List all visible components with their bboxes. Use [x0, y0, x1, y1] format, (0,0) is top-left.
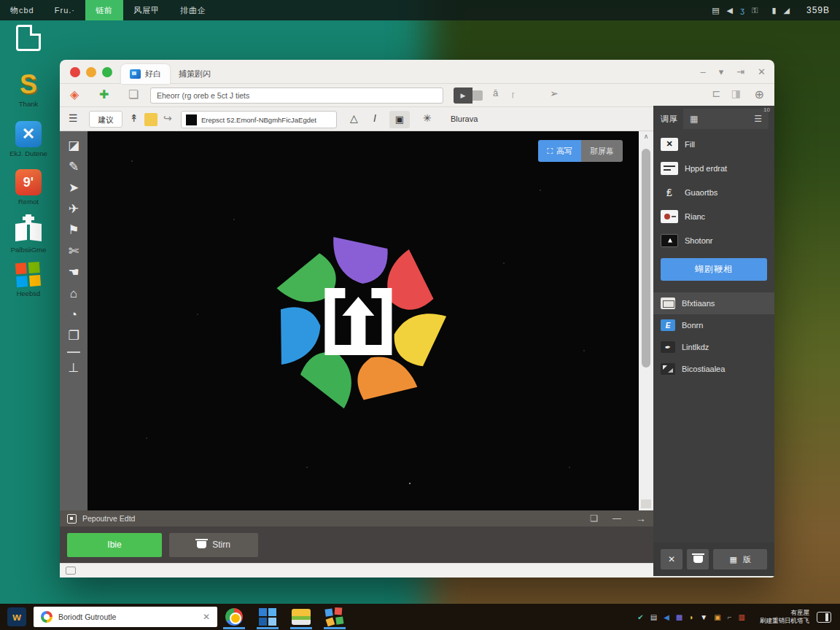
lasso-tool[interactable]: ✄: [65, 244, 82, 259]
volume-icon[interactable]: ◀: [727, 6, 733, 15]
scroll-left-icon[interactable]: [66, 567, 76, 575]
bluetooth-icon[interactable]: ʒ: [740, 6, 744, 15]
menu-item-1[interactable]: Fru.·: [44, 0, 85, 20]
flag-marker-tool[interactable]: ⚑: [65, 223, 82, 238]
desktop-icon-s-app[interactable]: S Thank: [4, 71, 52, 108]
horizontal-scrollbar[interactable]: [60, 563, 653, 578]
image-crop-tool[interactable]: ◪: [65, 139, 82, 153]
shield-icon[interactable]: ▼: [700, 613, 707, 621]
text-cursor-icon[interactable]: I: [373, 112, 376, 124]
panel-item-curves[interactable]: ₤ Guaortbs: [653, 180, 774, 204]
maximize-icon[interactable]: ⇥: [736, 66, 744, 77]
menu-clock[interactable]: 359B: [806, 5, 830, 15]
capture-secondary-button[interactable]: 那屏幕: [581, 140, 623, 162]
panel-grid-button[interactable]: ▦ 版: [713, 549, 767, 569]
status-collapse-icon[interactable]: —: [612, 513, 621, 524]
taskbar-app-editor[interactable]: [318, 604, 351, 630]
select-arrow-tool[interactable]: ➤: [65, 181, 82, 195]
discard-action-button[interactable]: Stirn: [169, 533, 258, 557]
section-row-ink[interactable]: ✒ Lintlkdz: [653, 336, 774, 358]
panel-item-record[interactable]: Rianc: [653, 204, 774, 228]
taskbar-app-files[interactable]: [284, 604, 318, 630]
menu-item-0[interactable]: 物cbd: [0, 0, 44, 20]
taskbar-search[interactable]: Boriodt Gutroutle ✕: [34, 607, 217, 627]
hand-tool[interactable]: ☚: [65, 265, 82, 280]
panel-item-fill[interactable]: ✕ Fill: [653, 132, 774, 156]
pen-tool[interactable]: ✎: [65, 160, 82, 174]
panel-tab-box[interactable]: ▦ ☰: [683, 109, 769, 129]
close-icon[interactable]: ✕: [758, 66, 766, 77]
panel-icon[interactable]: ◨: [731, 88, 741, 99]
taskbar-app-windows[interactable]: [251, 604, 284, 630]
minimize-icon[interactable]: –: [700, 66, 705, 77]
tab-active[interactable]: 好白: [121, 64, 170, 84]
home-icon[interactable]: ◈: [70, 88, 79, 101]
panel-item-sliders[interactable]: Hppd erdrat: [653, 156, 774, 180]
address-input[interactable]: Eheorr (rg oreb e 5ct J tiets: [150, 88, 443, 104]
font-field[interactable]: Erepsct 52.Emonf-NBgmhFicJaEgdet: [181, 111, 337, 128]
menu-item-2-active[interactable]: 链前: [85, 0, 123, 20]
stack-icon[interactable]: ▥: [739, 613, 745, 621]
plus-circle-icon[interactable]: ⊕: [755, 88, 764, 101]
chat-icon[interactable]: ▤: [650, 613, 657, 621]
signal-icon[interactable]: ◢: [784, 6, 790, 15]
toolbar-right-label[interactable]: Blurava: [451, 114, 478, 123]
shape-icon[interactable]: △: [350, 112, 358, 124]
cursor-icon[interactable]: ➢: [550, 88, 559, 99]
desktop-icon-windows-app[interactable]: Heebsd: [4, 262, 52, 298]
apply-button[interactable]: 蝴剧鞭相: [661, 258, 767, 281]
layout-icon[interactable]: ⊏: [712, 88, 720, 99]
menu-item-3[interactable]: 风屉甲: [123, 0, 170, 20]
dropdown-icon[interactable]: ▾: [719, 66, 724, 77]
history-tool[interactable]: ◔: [65, 308, 82, 322]
close-traffic-light[interactable]: [70, 67, 80, 77]
hamburger-icon[interactable]: ☰: [69, 112, 78, 124]
play-icon[interactable]: ◀: [664, 613, 669, 621]
yellow-color-swatch[interactable]: [144, 113, 158, 126]
section-row-photo[interactable]: Bicostiaalea: [653, 358, 774, 380]
copy-icon[interactable]: ❏: [128, 88, 139, 101]
search-input[interactable]: Boriodt Gutroutle: [58, 612, 197, 621]
small-r-icon[interactable]: ŗ: [512, 90, 514, 98]
desktop-icon-new-file[interactable]: [4, 25, 52, 53]
ruler-icon[interactable]: ā: [493, 88, 498, 98]
play-button-extension[interactable]: [472, 90, 483, 101]
check-icon[interactable]: ✔: [637, 613, 643, 621]
home-tool[interactable]: ⌂: [65, 287, 82, 301]
scrollbar-thumb[interactable]: [642, 149, 650, 368]
star-icon[interactable]: ✳: [423, 112, 432, 124]
mode-chip[interactable]: 建议: [89, 111, 122, 128]
taskbar-app-browser[interactable]: [217, 604, 251, 630]
zoom-traffic-light[interactable]: [102, 67, 112, 77]
menu-item-4[interactable]: 排曲企: [170, 0, 217, 20]
redo-icon[interactable]: ↪: [163, 112, 172, 124]
anchor-tool[interactable]: ⊥: [65, 361, 82, 376]
status-mini-icon[interactable]: ❏: [590, 513, 598, 524]
editor-canvas[interactable]: ⛶ 高写 那屏幕: [88, 131, 639, 510]
cursor-up-icon[interactable]: ↟: [130, 112, 139, 124]
panel-delete-button[interactable]: [687, 549, 709, 569]
scroll-up-icon[interactable]: ∧: [639, 133, 653, 140]
page-tool[interactable]: ❐: [65, 329, 82, 343]
capture-primary-button[interactable]: ⛶ 高写: [538, 140, 581, 162]
panel-menu-icon[interactable]: ☰: [754, 114, 762, 124]
desktop-icon-editor[interactable]: ✕ EkJ. Dutene: [4, 121, 52, 158]
status-next-icon[interactable]: →: [636, 513, 646, 524]
tab-inactive[interactable]: 捕策剧闪: [170, 64, 219, 84]
desktop-icon-library[interactable]: PalbsiiGme: [4, 216, 52, 254]
grid-view-icon[interactable]: ▦: [690, 114, 698, 124]
camera-icon[interactable]: ▣: [714, 613, 720, 621]
keyboard-icon[interactable]: ▤: [712, 6, 719, 15]
battery-icon[interactable]: ▮: [771, 6, 776, 15]
notification-center-icon[interactable]: [817, 612, 831, 623]
taskbar-clock[interactable]: 有座屋 刷建重销日机塔飞: [760, 609, 809, 626]
play-button[interactable]: ▶: [454, 88, 472, 104]
section-row-board[interactable]: E Bonrn: [653, 314, 774, 336]
minimize-traffic-light[interactable]: [86, 67, 96, 77]
add-icon[interactable]: ✚: [99, 88, 109, 101]
clear-search-icon[interactable]: ✕: [203, 612, 210, 622]
start-button[interactable]: w: [0, 604, 34, 630]
arrow-icon[interactable]: ⌐: [728, 613, 732, 621]
black-color-swatch[interactable]: [186, 114, 197, 125]
canvas-vertical-scrollbar[interactable]: ∧: [639, 131, 653, 510]
